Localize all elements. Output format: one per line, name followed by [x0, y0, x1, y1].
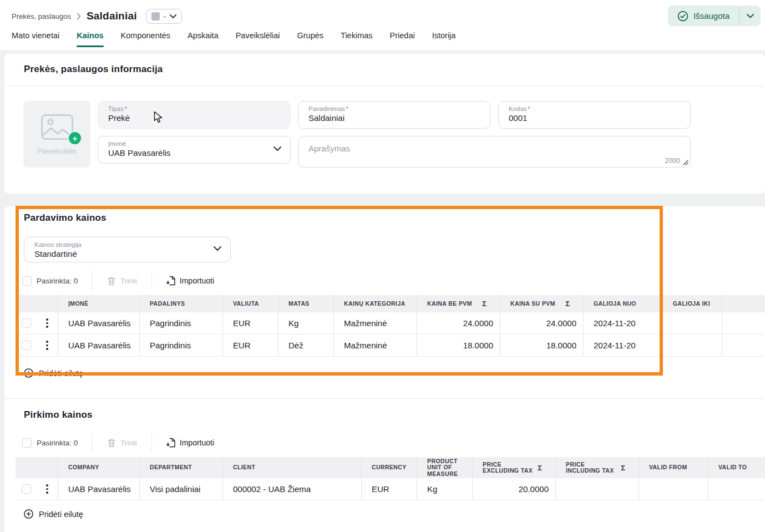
row-menu-icon[interactable]: [44, 316, 50, 330]
column-header: KAINŲ KATEGORIJA: [334, 295, 417, 312]
column-header: PADALINYS: [140, 295, 223, 312]
table-cell[interactable]: 18.0000: [500, 335, 584, 356]
tab-grupės[interactable]: Grupės: [297, 28, 324, 49]
tab-label: Grupės: [297, 31, 324, 40]
header-actions-cell: [37, 295, 58, 312]
saved-button-label: Išsaugota: [693, 11, 729, 21]
table-cell[interactable]: UAB Pavasarėlis: [58, 478, 140, 500]
tab-priedai[interactable]: Priedai: [390, 28, 415, 49]
row-actions-cell: [37, 478, 58, 500]
column-header-label: PADALINYS: [150, 301, 185, 307]
save-dropdown-button[interactable]: [739, 6, 761, 26]
delete-button[interactable]: Trinti: [107, 276, 137, 286]
divider: [4, 86, 765, 87]
tab-komponentės[interactable]: Komponentės: [121, 28, 170, 49]
add-row-button-purchase[interactable]: Pridėti eilutę: [24, 509, 83, 519]
table-cell[interactable]: UAB Pavasarėlis: [58, 312, 140, 334]
delete-button[interactable]: Trinti: [107, 438, 137, 448]
table-cell[interactable]: Pagrindinis: [140, 335, 223, 356]
row-checkbox[interactable]: [22, 341, 31, 350]
row-menu-icon[interactable]: [44, 338, 50, 352]
table-cell[interactable]: [722, 312, 765, 334]
column-header-label: KAINŲ KATEGORIJA: [344, 301, 406, 307]
row-select-cell: [16, 312, 37, 334]
table-cell[interactable]: 24.0000: [500, 312, 584, 334]
variant-selector[interactable]: -: [146, 9, 182, 24]
resize-handle-icon[interactable]: [682, 159, 688, 165]
table-cell[interactable]: EUR: [362, 478, 417, 500]
table-cell[interactable]: Kg: [278, 312, 334, 334]
selected-count: Pasirinkta: 0: [37, 439, 78, 447]
table-cell[interactable]: 24.0000: [417, 312, 500, 334]
table-cell[interactable]: EUR: [223, 335, 278, 356]
sum-sigma-icon[interactable]: Σ: [482, 300, 493, 308]
table-cell[interactable]: Dėž: [278, 335, 334, 356]
column-header: VALIUTA: [223, 295, 278, 312]
table-header-row: COMPANYDEPARTMENTCLIENTCURRENCYPRODUCT U…: [16, 457, 765, 478]
sum-sigma-icon[interactable]: Σ: [538, 464, 549, 472]
row-checkbox[interactable]: [22, 318, 31, 328]
tab-kainos[interactable]: Kainos: [77, 28, 103, 49]
purchase-section-title: Pirkimo kainos: [24, 409, 93, 420]
tab-istorija[interactable]: Istorija: [432, 28, 456, 49]
column-header-label: KAINA BE PVM: [427, 301, 472, 307]
table-cell[interactable]: EUR: [223, 312, 278, 334]
tab-paveikslėliai[interactable]: Paveikslėliai: [236, 28, 280, 49]
table-cell[interactable]: 000002 - UAB Žiema: [223, 478, 362, 500]
row-checkbox[interactable]: [22, 484, 31, 494]
table-cell[interactable]: 18.0000: [417, 335, 500, 356]
color-swatch: [151, 12, 160, 21]
table-cell[interactable]: 20.0000: [473, 478, 556, 500]
aprasymas-textarea[interactable]: Aprašymas 2000: [298, 136, 691, 168]
sum-sigma-icon[interactable]: Σ: [621, 464, 632, 472]
header-select-cell: [16, 295, 37, 312]
pavadinimas-field[interactable]: Pavadinimas* Saldainiai: [298, 101, 490, 129]
tipas-value: Prekė: [108, 113, 280, 123]
table-cell[interactable]: Mažmeninė: [334, 312, 417, 334]
delete-label: Trinti: [120, 439, 137, 447]
price-strategy-select[interactable]: Kainos strategija Standartinė: [24, 237, 231, 262]
prices-card: Pardavimo kainos Kainos strategija Stand…: [4, 206, 765, 532]
save-button-group: Išsaugota: [668, 6, 761, 26]
check-circle-icon: [677, 11, 688, 22]
column-header-label: VALIUTA: [233, 301, 259, 307]
add-row-button-sales[interactable]: Pridėti eilutę: [24, 368, 83, 378]
breadcrumb-parent-link[interactable]: Prekės, paslaugos: [12, 12, 71, 21]
column-header-label: ĮMONĖ: [68, 301, 88, 307]
select-all-checkbox[interactable]: [22, 438, 32, 448]
column-header-label: GALIOJA IKI: [673, 301, 710, 307]
imone-select[interactable]: Įmonė UAB Pavasarėlis: [98, 136, 291, 164]
info-section-title: Prekės, paslaugos informacija: [24, 64, 163, 75]
row-menu-icon[interactable]: [44, 482, 50, 496]
column-header: GALIOJA IKI: [663, 295, 722, 312]
table-cell[interactable]: UAB Pavasarėlis: [58, 335, 140, 356]
strategy-label: Kainos strategija: [34, 241, 220, 248]
table-cell[interactable]: 2024-11-20: [584, 312, 663, 334]
tipas-field[interactable]: Tipas* Prekė: [98, 101, 291, 129]
table-cell[interactable]: [663, 335, 722, 356]
table-cell[interactable]: Visi padaliniai: [140, 478, 223, 500]
table-cell[interactable]: 2024-11-20: [584, 335, 663, 356]
tab-apskaita[interactable]: Apskaita: [188, 28, 219, 49]
table-cell[interactable]: [556, 478, 639, 500]
row-select-cell: [16, 478, 37, 500]
add-image-icon[interactable]: +: [69, 132, 81, 144]
table-cell[interactable]: [708, 478, 765, 500]
table-row: UAB PavasarėlisVisi padaliniai000002 - U…: [16, 478, 765, 500]
table-cell[interactable]: Mažmeninė: [334, 335, 417, 356]
import-button[interactable]: Importuoti: [166, 276, 214, 286]
table-cell[interactable]: Pagrindinis: [140, 312, 223, 334]
select-all-checkbox[interactable]: [22, 276, 32, 286]
tab-mato-vienetai[interactable]: Mato vienetai: [12, 28, 59, 49]
image-upload-box[interactable]: + Paveikslėlis: [23, 101, 90, 168]
table-cell[interactable]: [663, 312, 722, 334]
table-cell[interactable]: Kg: [417, 478, 473, 500]
import-button[interactable]: Importuoti: [166, 438, 214, 448]
saved-button[interactable]: Išsaugota: [668, 6, 739, 26]
kodas-field[interactable]: Kodas* 0001: [498, 101, 691, 129]
table-cell[interactable]: [639, 478, 708, 500]
topbar: Prekės, paslaugos Saldainiai - Išsaugota…: [0, 0, 765, 50]
table-cell[interactable]: [722, 335, 765, 356]
sum-sigma-icon[interactable]: Σ: [565, 300, 576, 308]
tab-tiekimas[interactable]: Tiekimas: [341, 28, 372, 49]
